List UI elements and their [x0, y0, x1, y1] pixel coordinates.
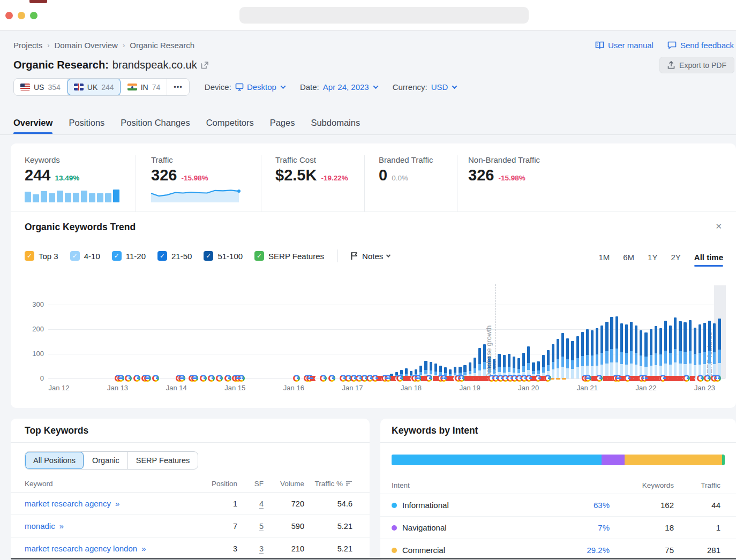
google-update-icon[interactable] — [320, 375, 327, 382]
keyword-trend-bar[interactable] — [625, 324, 628, 379]
keyword-trend-bar[interactable] — [659, 328, 662, 379]
zoom-window-button[interactable] — [30, 12, 37, 19]
keyword-trend-bar[interactable] — [650, 329, 652, 379]
export-pdf-button[interactable]: Export to PDF — [659, 57, 734, 73]
keyword-trend-bar[interactable] — [591, 330, 594, 379]
sf-link[interactable]: 5 — [259, 522, 264, 531]
intent-share-link[interactable]: 63% — [545, 501, 610, 510]
google-update-icon[interactable] — [425, 375, 432, 382]
keyword-trend-bar[interactable] — [718, 319, 720, 379]
keyword-trend-bar[interactable] — [615, 316, 618, 379]
keyword-trend-bar[interactable] — [644, 332, 647, 379]
date-select[interactable]: Date: Apr 24, 2023 — [300, 82, 378, 92]
segment-all-positions[interactable]: All Positions — [25, 452, 84, 469]
segment-serp-features[interactable]: SERP Features — [128, 452, 198, 469]
google-update-icon[interactable] — [596, 375, 603, 382]
keyword-trend-bar[interactable] — [605, 322, 608, 379]
keyword-trend-bar[interactable] — [679, 321, 681, 379]
keyword-trend-bar[interactable] — [561, 333, 564, 379]
google-update-icon[interactable] — [216, 375, 223, 382]
google-update-icon[interactable] — [125, 375, 132, 382]
keyword-trend-bar[interactable] — [694, 328, 696, 379]
keyword-trend-bar[interactable] — [552, 344, 554, 379]
keyword-trend-bar[interactable] — [684, 322, 686, 379]
google-update-icon[interactable] — [200, 375, 207, 382]
more-countries-button[interactable]: ••• — [167, 79, 189, 95]
keyword-trend-bar[interactable] — [664, 321, 667, 379]
country-tab-us[interactable]: US354 — [14, 79, 67, 95]
tab-position-changes[interactable]: Position Changes — [121, 113, 190, 134]
keyword-trend-bar[interactable] — [610, 317, 613, 379]
minimize-window-button[interactable] — [18, 12, 25, 19]
keyword-trend-bar[interactable] — [566, 338, 569, 379]
sort-icon[interactable] — [346, 481, 352, 486]
intent-segment-navigational[interactable] — [602, 455, 625, 465]
intent-share-link[interactable]: 29.2% — [545, 546, 610, 555]
device-select[interactable]: Device: Desktop — [205, 82, 285, 92]
close-window-button[interactable] — [5, 12, 13, 19]
intent-segment-informational[interactable] — [392, 455, 602, 465]
keyword-trend-bar[interactable] — [596, 328, 598, 379]
keyword-trend-bar[interactable] — [674, 317, 677, 379]
keyword-trend-bar[interactable] — [699, 324, 701, 379]
keyword-trend-bar[interactable] — [703, 323, 706, 379]
google-update-icon[interactable] — [293, 375, 300, 382]
country-tab-in[interactable]: IN74 — [121, 79, 168, 95]
tab-overview[interactable]: Overview — [13, 113, 52, 134]
keyword-trend-bar[interactable] — [557, 339, 559, 379]
segment-organic[interactable]: Organic — [84, 452, 128, 469]
keyword-trend-bar[interactable] — [689, 320, 692, 379]
tab-positions[interactable]: Positions — [69, 113, 104, 134]
organic-keywords-trend-chart[interactable]: SERP features0100200300Jan 12Jan 13Jan 1… — [11, 143, 736, 408]
send-feedback-link[interactable]: Send feedback — [667, 41, 734, 50]
keyword-trend-bar[interactable] — [600, 326, 603, 379]
keyword-link[interactable]: market research agency — [25, 499, 111, 508]
keyword-trend-bar[interactable] — [586, 329, 589, 379]
google-update-icon[interactable] — [683, 375, 690, 382]
expand-keyword-icon[interactable]: » — [59, 521, 64, 531]
tab-pages[interactable]: Pages — [270, 113, 295, 134]
tab-subdomains[interactable]: Subdomains — [311, 113, 360, 134]
google-update-icon[interactable] — [152, 375, 159, 382]
google-update-icon[interactable] — [224, 375, 231, 382]
address-bar[interactable] — [239, 7, 529, 24]
keyword-link[interactable]: monadic — [25, 521, 55, 531]
keyword-trend-bar[interactable] — [713, 323, 716, 379]
intent-segment-commercial[interactable] — [625, 455, 722, 465]
keyword-trend-bar[interactable] — [630, 322, 633, 379]
google-update-icon[interactable] — [544, 375, 551, 382]
keyword-trend-bar[interactable] — [478, 348, 481, 379]
breadcrumb-item-domain-overview[interactable]: Domain Overview — [55, 41, 118, 50]
keyword-trend-bar[interactable] — [620, 323, 623, 379]
user-manual-link[interactable]: User manual — [595, 41, 654, 50]
keyword-link[interactable]: market research agency london — [25, 544, 137, 553]
tab-competitors[interactable]: Competitors — [206, 113, 254, 134]
google-update-icon[interactable] — [704, 375, 711, 382]
keyword-trend-bar[interactable] — [708, 321, 711, 379]
country-tab-uk[interactable]: UK244 — [67, 79, 121, 95]
keyword-trend-bar[interactable] — [640, 330, 642, 379]
keyword-trend-bar[interactable] — [581, 332, 584, 379]
google-update-icon[interactable] — [328, 375, 335, 382]
breadcrumb-item-projects[interactable]: Projects — [13, 41, 42, 50]
google-update-icon[interactable] — [133, 375, 140, 382]
sf-link[interactable]: 4 — [259, 500, 264, 509]
keyword-trend-bar[interactable] — [571, 341, 574, 379]
keyword-trend-bar[interactable] — [669, 326, 672, 379]
expand-keyword-icon[interactable]: » — [141, 544, 146, 553]
google-update-icon[interactable] — [697, 375, 704, 382]
external-link-icon[interactable] — [201, 61, 209, 69]
sf-link[interactable]: 3 — [259, 544, 264, 554]
keyword-trend-bar[interactable] — [655, 326, 657, 379]
keyword-trend-bar[interactable] — [542, 355, 545, 379]
keyword-trend-bar[interactable] — [474, 358, 476, 379]
currency-select[interactable]: Currency: USD — [393, 82, 457, 92]
keyword-trend-bar[interactable] — [576, 336, 579, 379]
google-update-icon[interactable] — [208, 375, 215, 382]
intent-share-link[interactable]: 7% — [545, 523, 610, 532]
expand-keyword-icon[interactable]: » — [115, 499, 119, 508]
google-update-icon[interactable] — [396, 375, 403, 382]
keyword-trend-bar[interactable] — [527, 346, 530, 379]
keyword-trend-bar[interactable] — [635, 326, 637, 379]
intent-segment-transactional[interactable] — [722, 455, 725, 465]
